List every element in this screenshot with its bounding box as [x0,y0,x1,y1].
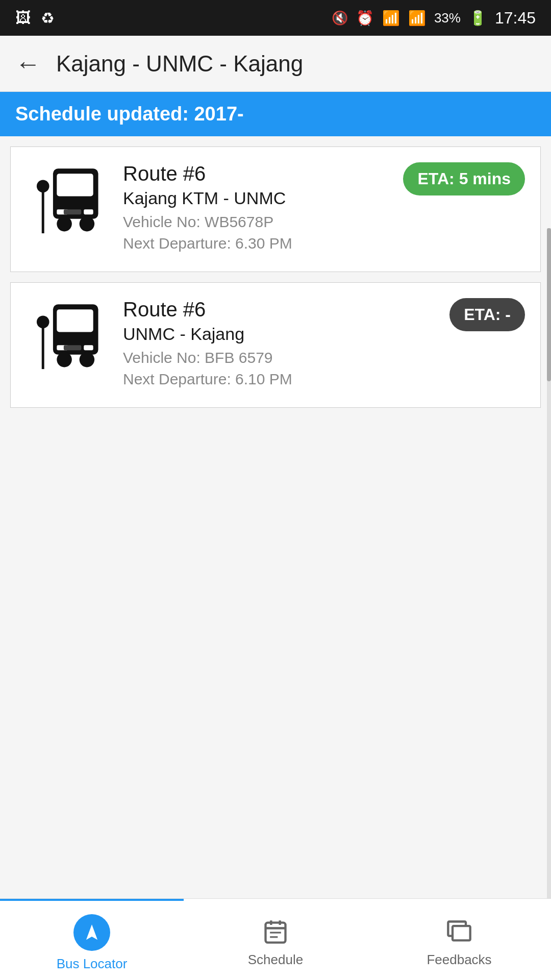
svg-point-13 [57,352,72,368]
image-icon: 🖼 [15,9,31,27]
svg-point-5 [80,216,95,232]
bus-card-1[interactable]: Route #6 Kajang KTM - UNMC Vehicle No: W… [10,146,541,272]
nav-label-schedule: Schedule [248,952,303,968]
page-title: Kajang - UNMC - Kajang [56,51,303,77]
status-bar-right: 🔇 ⏰ 📶 📶 33% 🔋 17:45 [332,9,536,28]
svg-rect-17 [64,345,81,350]
nav-item-bus-locator[interactable]: Bus Locator [0,899,184,980]
svg-rect-12 [57,309,93,332]
schedule-text: Schedule updated: 2017- [15,103,244,125]
svg-point-14 [80,352,95,368]
bottom-nav: Bus Locator Schedule Feedbacks [0,898,551,980]
svg-rect-25 [453,926,470,940]
back-button[interactable]: ← [15,49,41,79]
battery-icon: 🔋 [469,10,487,27]
svg-rect-10 [42,322,44,369]
recycle-icon: ♻ [41,9,55,27]
svg-rect-16 [84,345,93,350]
svg-rect-3 [57,174,93,196]
wifi-icon: 📶 [382,10,400,27]
nav-item-feedbacks[interactable]: Feedbacks [367,899,551,980]
svg-rect-7 [84,209,93,214]
svg-point-4 [57,216,72,232]
bus-icon-2 [26,298,108,380]
feedbacks-icon [444,916,474,947]
svg-rect-8 [64,209,81,214]
battery-percent: 33% [434,10,461,26]
bus-card-2[interactable]: Route #6 UNMC - Kajang Vehicle No: BFB 6… [10,282,541,408]
svg-rect-1 [42,186,44,233]
mute-icon: 🔇 [332,10,348,26]
status-bar: 🖼 ♻ 🔇 ⏰ 📶 📶 33% 🔋 17:45 [0,0,551,36]
nav-label-bus-locator: Bus Locator [57,956,128,972]
bus-locator-icon [73,914,110,951]
schedule-banner: Schedule updated: 2017- [0,92,551,136]
app-bar: ← Kajang - UNMC - Kajang [0,36,551,92]
schedule-icon [260,916,291,947]
next-departure-2: Next Departure: 6.10 PM [123,371,525,388]
status-bar-left: 🖼 ♻ [15,9,55,27]
nav-item-schedule[interactable]: Schedule [184,899,367,980]
bus-icon-1 [26,162,108,244]
clock: 17:45 [495,9,536,28]
eta-badge-1: ETA: 5 mins [403,162,525,195]
signal-icon: 📶 [408,10,426,27]
scroll-thumb[interactable] [547,228,551,381]
alarm-icon: ⏰ [356,10,374,27]
nav-label-feedbacks: Feedbacks [427,952,491,968]
next-departure-1: Next Departure: 6.30 PM [123,235,525,252]
vehicle-no-1: Vehicle No: WB5678P [123,213,525,231]
vehicle-no-2: Vehicle No: BFB 6579 [123,349,525,366]
scroll-track [547,228,551,909]
main-content: Route #6 Kajang KTM - UNMC Vehicle No: W… [0,136,551,909]
eta-badge-2: ETA: - [449,298,525,331]
